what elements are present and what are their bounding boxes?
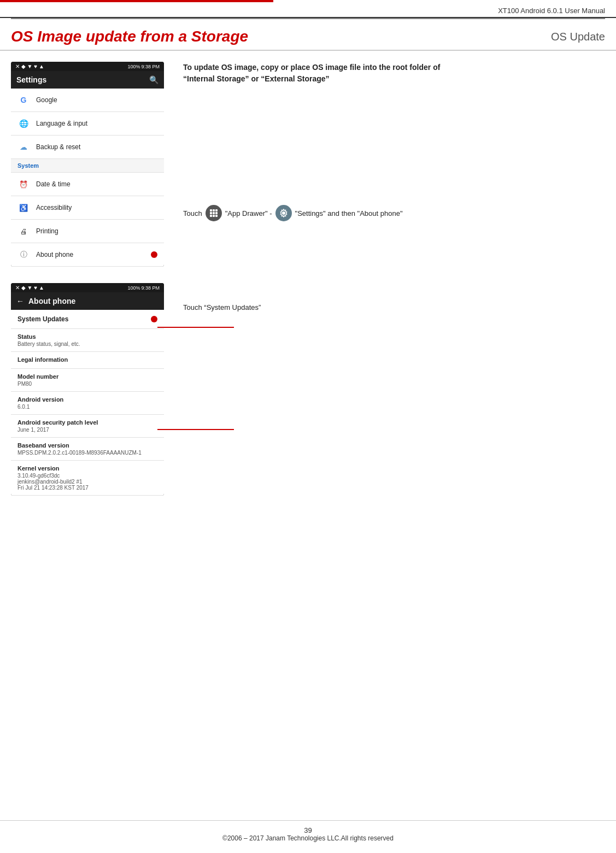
settings-icon	[275, 205, 292, 221]
settings-screen: ✕ ◆ ▼ ♥ ▲ 100% 9:38 PM Settings 🔍 G Goog…	[11, 62, 164, 267]
security-patch-label: Android security patch level	[17, 419, 157, 426]
android-version-label: Android version	[17, 396, 157, 403]
time-display: 9:38 PM	[141, 64, 160, 69]
settings-label-printing: Printing	[36, 227, 58, 235]
settings-about-label: "Settings" and then "About phone"	[295, 209, 403, 217]
kernel-value: 3.10.49-gd6cf3dcjenkins@android-build2 #…	[17, 473, 157, 491]
footer: 39 ©2006 – 2017 Janam Technologies LLC.A…	[0, 820, 616, 842]
about-item-security-patch: Android security patch level June 1, 201…	[11, 415, 164, 438]
header: XT100 Android 6.0.1 User Manual	[0, 2, 616, 18]
instruction-2-row: Touch "App Drawer" -	[183, 205, 605, 221]
svg-rect-2	[215, 209, 218, 211]
copyright: ©2006 – 2017 Janam Technologies LLC.All …	[0, 834, 616, 842]
app-drawer-label: "App Drawer" -	[225, 209, 272, 217]
svg-rect-8	[215, 215, 218, 217]
svg-rect-1	[213, 209, 215, 211]
settings-item-google: G Google	[11, 89, 164, 112]
about-item-baseband: Baseband version MPSS.DPM.2.0.2.c1-00189…	[11, 438, 164, 461]
legal-label: Legal information	[17, 356, 157, 363]
about-phone-title: About phone	[24, 297, 159, 305]
settings-item-datetime: ⏰ Date & time	[11, 173, 164, 196]
main-content: ✕ ◆ ▼ ♥ ▲ 100% 9:38 PM Settings 🔍 G Goog…	[0, 51, 616, 512]
about-phone-toolbar: ← About phone	[11, 292, 164, 310]
toolbar-title: Settings	[16, 75, 46, 84]
accessibility-icon: ♿	[17, 202, 30, 214]
status-bar-1: ✕ ◆ ▼ ♥ ▲ 100% 9:38 PM	[11, 62, 164, 71]
instructions-col: To update OS image, copy or place OS ima…	[183, 62, 605, 501]
settings-label-datetime: Date & time	[36, 180, 71, 188]
about-item-kernel: Kernel version 3.10.49-gd6cf3dcjenkins@a…	[11, 461, 164, 496]
about-icon: ⓘ	[17, 249, 30, 261]
grid-icon	[209, 209, 218, 217]
search-icon: 🔍	[149, 75, 159, 84]
settings-item-about: ⓘ About phone	[11, 243, 164, 267]
about-item-status: Status Battery status, signal, etc.	[11, 329, 164, 352]
status-icons-right: 100% 9:38 PM	[127, 64, 160, 69]
about-item-model: Model number PM80	[11, 369, 164, 392]
language-icon: 🌐	[17, 117, 30, 130]
model-number-label: Model number	[17, 373, 157, 380]
settings-item-printing: 🖨 Printing	[11, 220, 164, 243]
svg-rect-4	[213, 212, 215, 214]
android-version-value: 6.0.1	[17, 404, 157, 410]
instruction-3-block: Touch “System Updates”	[183, 303, 605, 311]
battery-level-2: 100%	[127, 285, 140, 291]
status-bar-2: ✕ ◆ ▼ ♥ ▲ 100% 9:38 PM	[11, 283, 164, 292]
app-drawer-icon	[206, 205, 222, 221]
baseband-value: MPSS.DPM.2.0.2.c1-00189-M8936FAAAANUZM-1	[17, 450, 157, 456]
svg-rect-0	[210, 209, 212, 211]
battery-level: 100%	[127, 64, 140, 69]
printing-icon: 🖨	[17, 225, 30, 237]
instruction-1-block: To update OS image, copy or place OS ima…	[183, 62, 605, 96]
page-number: 39	[0, 826, 616, 834]
back-icon: ←	[16, 297, 24, 305]
svg-point-9	[282, 211, 285, 215]
system-updates-label: System Updates	[17, 315, 68, 323]
header-title: XT100 Android 6.0.1 User Manual	[498, 7, 605, 15]
touch-label: Touch	[183, 209, 202, 217]
settings-label-backup: Backup & reset	[36, 143, 80, 151]
svg-rect-6	[210, 215, 212, 217]
status-icons-left-2: ✕ ◆ ▼ ♥ ▲	[15, 285, 44, 291]
svg-rect-5	[215, 212, 218, 214]
red-dot-settings	[151, 251, 157, 258]
settings-item-language: 🌐 Language & input	[11, 112, 164, 136]
status-icons-right-2: 100% 9:38 PM	[127, 285, 160, 291]
settings-label-accessibility: Accessibility	[36, 204, 72, 211]
page-title: OS Image update from a Storage	[11, 28, 529, 45]
status-icons-left: ✕ ◆ ▼ ♥ ▲	[15, 63, 44, 69]
section-system-label: System	[17, 162, 39, 169]
backup-icon: ☁	[17, 141, 30, 153]
baseband-label: Baseband version	[17, 442, 157, 449]
about-item-system-updates: System Updates	[11, 310, 164, 329]
red-dot-updates	[151, 316, 157, 322]
google-icon: G	[17, 94, 30, 106]
time-display-2: 9:38 PM	[141, 285, 160, 291]
page-subtitle: OS Update	[551, 31, 605, 45]
svg-rect-7	[213, 215, 215, 217]
gear-icon	[279, 209, 288, 217]
settings-label-google: Google	[36, 96, 57, 104]
page-heading: OS Image update from a Storage OS Update	[0, 19, 616, 51]
kernel-label: Kernel version	[17, 465, 157, 472]
about-item-legal: Legal information	[11, 352, 164, 369]
datetime-icon: ⏰	[17, 178, 30, 190]
status-label: Status	[17, 333, 157, 340]
about-phone-screen: ✕ ◆ ▼ ♥ ▲ 100% 9:38 PM ← About phone Sys…	[11, 283, 164, 496]
settings-label-about: About phone	[36, 251, 73, 258]
settings-label-language: Language & input	[36, 120, 87, 127]
status-value: Battery status, signal, etc.	[17, 341, 157, 347]
instruction-1-text: To update OS image, copy or place OS ima…	[183, 62, 467, 85]
model-number-value: PM80	[17, 381, 157, 387]
svg-rect-3	[210, 212, 212, 214]
about-item-android-version: Android version 6.0.1	[11, 392, 164, 415]
spacer	[11, 272, 172, 283]
settings-toolbar: Settings 🔍	[11, 71, 164, 89]
settings-section-system: System	[11, 159, 164, 173]
instruction-3-text: Touch “System Updates”	[183, 303, 605, 311]
settings-item-backup: ☁ Backup & reset	[11, 136, 164, 159]
instruction-2-block: Touch "App Drawer" -	[183, 205, 605, 221]
settings-item-accessibility: ♿ Accessibility	[11, 196, 164, 220]
phone-screenshots-col: ✕ ◆ ▼ ♥ ▲ 100% 9:38 PM Settings 🔍 G Goog…	[11, 62, 172, 501]
security-patch-value: June 1, 2017	[17, 427, 157, 433]
